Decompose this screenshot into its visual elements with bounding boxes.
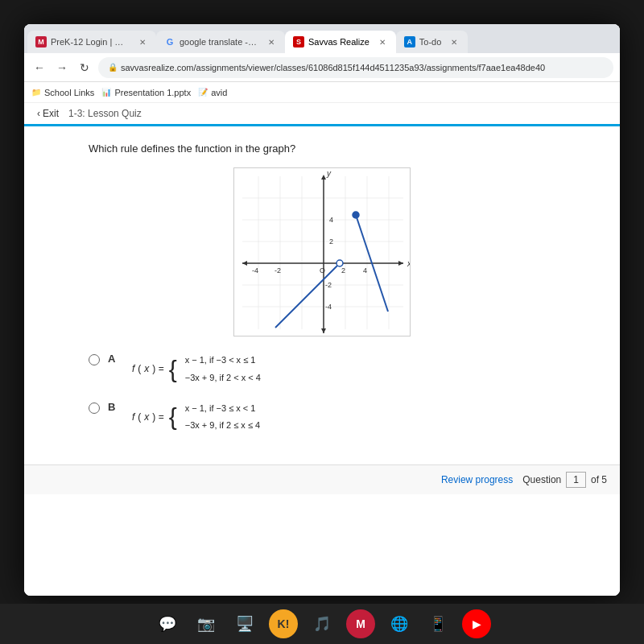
question-current: 1 — [566, 472, 586, 488]
question-text: Which rule defines the function in the g… — [89, 142, 555, 155]
bottom-bar: Review progress Question 1 of 5 — [24, 464, 620, 494]
choice-b-line2: −3x + 9, if 2 ≤ x ≤ 4 — [185, 418, 260, 434]
taskbar: 💬 📷 🖥️ K! 🎵 M 🌐 📱 ▶ — [0, 604, 644, 644]
google-icon: G — [164, 36, 175, 47]
question-indicator: Question 1 of 5 — [522, 472, 607, 488]
choice-a-line2: −3x + 9, if 2 < x < 4 — [185, 370, 261, 386]
address-bar-row: ← → ↻ 🔒 savvasrealize.com/assignments/vi… — [24, 53, 620, 82]
taskbar-mail-icon[interactable]: M — [346, 609, 375, 638]
taskbar-screen-icon[interactable]: 🖥️ — [230, 609, 259, 638]
svg-point-31 — [336, 260, 343, 266]
svg-point-33 — [353, 212, 359, 218]
bookmark-avid[interactable]: 📝 avid — [197, 87, 227, 98]
question-total: of 5 — [591, 474, 607, 485]
choice-a-label: A — [108, 353, 121, 365]
svg-marker-17 — [242, 261, 247, 266]
taskbar-chat-icon[interactable]: 💬 — [153, 609, 182, 638]
avid-icon: 📝 — [197, 87, 208, 98]
choice-a-line1: x − 1, if −3 < x ≤ 1 — [185, 353, 261, 369]
graph-svg: x y -4 -2 O 2 4 4 2 -2 -4 — [233, 167, 411, 336]
back-button[interactable]: ← — [31, 59, 48, 76]
svg-marker-18 — [321, 328, 326, 333]
taskbar-camera-icon[interactable]: 📷 — [192, 609, 221, 638]
bookmarks-bar: 📁 School Links 📊 Presentation 1.pptx 📝 a… — [24, 82, 620, 103]
refresh-button[interactable]: ↻ — [76, 59, 93, 76]
svg-text:4: 4 — [363, 266, 367, 275]
svg-text:-2: -2 — [275, 266, 281, 275]
quiz-area: Which rule defines the function in the g… — [40, 126, 604, 464]
mcgraw-icon: M — [35, 36, 47, 47]
svg-text:2: 2 — [329, 237, 333, 246]
svg-text:-2: -2 — [325, 281, 332, 289]
bookmark-school-label: School Links — [44, 88, 94, 97]
question-label: Question — [522, 474, 561, 485]
tab-mcgraw[interactable]: M PreK-12 Login | McGraw Hill ✕ — [27, 31, 156, 53]
tab-mcgraw-label: PreK-12 Login | McGraw Hill — [51, 37, 130, 47]
forward-button[interactable]: → — [53, 59, 71, 76]
address-input[interactable]: 🔒 savvasrealize.com/assignments/viewer/c… — [98, 57, 613, 78]
browser-frame: M PreK-12 Login | McGraw Hill ✕ G google… — [24, 24, 620, 596]
tab-google[interactable]: G google translate - Google Search ✕ — [156, 31, 285, 53]
piecewise-b: x − 1, if −3 ≤ x < 1 −3x + 9, if 2 ≤ x ≤… — [185, 401, 260, 435]
taskbar-phone-icon[interactable]: 📱 — [423, 609, 452, 638]
choice-b: B f(x) = { x − 1, if −3 ≤ x < 1 −3x + 9,… — [89, 401, 555, 435]
taskbar-k-icon[interactable]: K! — [269, 609, 298, 638]
svg-marker-16 — [321, 175, 326, 180]
tab-todo-label: To-do — [419, 37, 442, 47]
address-text: savvasrealize.com/assignments/viewer/cla… — [121, 63, 545, 72]
taskbar-music-icon[interactable]: 🎵 — [308, 609, 336, 638]
radio-b[interactable] — [89, 402, 100, 414]
graph-container: x y -4 -2 O 2 4 4 2 -2 -4 — [89, 167, 555, 336]
tab-savvas-close[interactable]: ✕ — [377, 36, 388, 47]
taskbar-chrome-icon[interactable]: 🌐 — [385, 609, 414, 638]
bookmark-school-links[interactable]: 📁 School Links — [31, 87, 94, 98]
review-progress-button[interactable]: Review progress — [441, 474, 513, 485]
radio-a[interactable] — [89, 354, 100, 365]
chevron-left-icon: ‹ — [37, 108, 40, 119]
tab-google-label: google translate - Google Search — [180, 37, 258, 47]
exit-label: Exit — [43, 108, 59, 119]
presentation-icon: 📊 — [101, 87, 112, 98]
svg-marker-15 — [398, 261, 403, 266]
tab-bar: M PreK-12 Login | McGraw Hill ✕ G google… — [24, 24, 620, 53]
tab-todo[interactable]: A To-do ✕ — [396, 31, 469, 53]
piecewise-a: x − 1, if −3 < x ≤ 1 −3x + 9, if 2 < x <… — [185, 353, 261, 386]
laptop-screen: M PreK-12 Login | McGraw Hill ✕ G google… — [24, 24, 620, 596]
bookmark-avid-label: avid — [211, 88, 227, 97]
svg-text:2: 2 — [341, 266, 345, 275]
svg-text:x: x — [407, 259, 411, 268]
tab-google-close[interactable]: ✕ — [266, 36, 277, 47]
svg-line-30 — [275, 263, 340, 328]
savvas-icon: S — [293, 36, 304, 47]
choice-b-line1: x − 1, if −3 ≤ x < 1 — [185, 401, 260, 417]
tab-todo-close[interactable]: ✕ — [448, 36, 460, 47]
breadcrumb: 1-3: Lesson Quiz — [68, 108, 142, 119]
taskbar-video-icon[interactable]: ▶ — [462, 609, 491, 638]
bookmark-presentation[interactable]: 📊 Presentation 1.pptx — [101, 87, 191, 98]
svg-text:4: 4 — [329, 216, 333, 224]
svg-text:O: O — [320, 266, 325, 275]
todo-icon: A — [404, 36, 415, 47]
folder-icon: 📁 — [31, 87, 42, 98]
tab-mcgraw-close[interactable]: ✕ — [137, 36, 148, 47]
lock-icon: 🔒 — [108, 63, 118, 72]
svg-text:y: y — [326, 169, 332, 178]
choice-b-math: f(x) = { x − 1, if −3 ≤ x < 1 −3x + 9, i… — [132, 401, 260, 435]
tab-savvas[interactable]: S Savvas Realize ✕ — [285, 31, 396, 53]
exit-button[interactable]: ‹ Exit — [37, 108, 59, 119]
exit-bar: ‹ Exit 1-3: Lesson Quiz — [24, 103, 620, 126]
svg-text:-4: -4 — [252, 266, 258, 275]
choice-a-math: f(x) = { x − 1, if −3 < x ≤ 1 −3x + 9, i… — [132, 353, 261, 386]
choice-b-label: B — [108, 401, 121, 413]
svg-text:-4: -4 — [325, 303, 332, 311]
tab-savvas-label: Savvas Realize — [308, 37, 369, 47]
bookmark-presentation-label: Presentation 1.pptx — [114, 88, 191, 97]
choice-a: A f(x) = { x − 1, if −3 < x ≤ 1 −3x + 9,… — [89, 353, 555, 386]
page-content: ‹ Exit 1-3: Lesson Quiz Which rule defin… — [24, 103, 620, 596]
